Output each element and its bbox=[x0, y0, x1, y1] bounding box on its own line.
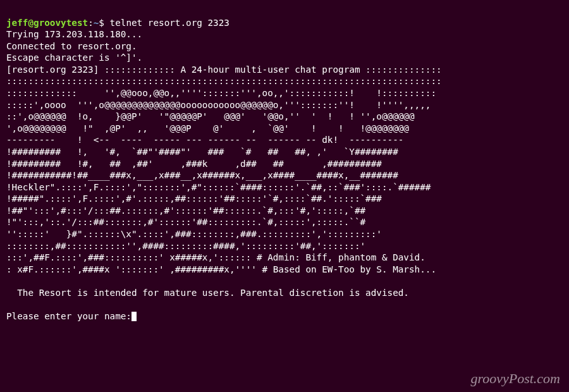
prompt-separator: : bbox=[88, 18, 94, 28]
banner-line-17: : x#F.::::::',####x ':::::::' ,#########… bbox=[6, 264, 436, 274]
watermark-text: groovyPost.com bbox=[470, 370, 560, 388]
banner-line-12: !##"':::',#:::'/:::##.::::::,#'::::::'##… bbox=[6, 205, 365, 216]
terminal-window[interactable]: jeff@groovytest:~$ telnet resort.org 232… bbox=[0, 0, 569, 392]
banner-line-6: --------- ! <-- ---- ----- --- ------ --… bbox=[6, 135, 403, 145]
banner-line-2: ::::::::::::: '',@@ooo,@@o,,'''':::::::'… bbox=[6, 88, 436, 98]
connect-line-2: Connected to resort.org. bbox=[6, 41, 137, 51]
banner-line-8: !######### !#, ## ,##' ,###k ,d## ## ,##… bbox=[6, 159, 382, 169]
banner-line-10: !Heckler".::::',F.::::',":::::::',#"::::… bbox=[6, 182, 431, 192]
banner-line-14: '':::::' }#".::::::\x".::::',###::::::::… bbox=[6, 229, 382, 239]
banner-line-16: :::',##F.::::',###::::::::::' x#####x,':… bbox=[6, 252, 425, 262]
command-text: telnet resort.org 2323 bbox=[110, 18, 229, 28]
mature-notice: The Resort is intended for mature users.… bbox=[6, 288, 409, 298]
connect-line-1: Trying 173.203.118.180... bbox=[6, 29, 142, 39]
banner-line-3: :::::',oooo ''',o@@@@@@@@@@@@@@ooooooooo… bbox=[6, 100, 431, 110]
cursor-icon[interactable] bbox=[132, 312, 137, 321]
banner-line-5: ',o@@@@@@@@ !" ,@P' ,, '@@@P @' , `@@' !… bbox=[6, 123, 409, 133]
prompt-symbol: $ bbox=[99, 18, 104, 28]
banner-line-13: !"':::,'::.'/:::##:::::::,#'::::::'##:::… bbox=[6, 217, 365, 227]
banner-line-11: !#####".::::',F.::::',#'.:::::,##::::::'… bbox=[6, 193, 382, 204]
banner-line-1: ::::::::::::::::::::::::::::::::::::::::… bbox=[6, 76, 442, 86]
name-prompt-label: Please enter your name: bbox=[6, 311, 132, 321]
banner-line-9: !###########!##____###x,___,x###__,x####… bbox=[6, 170, 398, 180]
banner-line-0: [resort.org 2323] ::::::::::::: A 24-hou… bbox=[6, 64, 442, 75]
banner-line-4: ::',o@@@@@@ !o, }@@P' '"@@@@@P' @@@' '@@… bbox=[6, 111, 415, 121]
banner-line-7: !######### !, '#, `##"'####"' ### `# ## … bbox=[6, 147, 398, 157]
connect-line-3: Escape character is '^]'. bbox=[6, 52, 142, 63]
prompt-user-host: jeff@groovytest bbox=[6, 18, 88, 28]
banner-line-15: ::::::::,##:::::::::::'',####:::::::::##… bbox=[6, 241, 365, 251]
